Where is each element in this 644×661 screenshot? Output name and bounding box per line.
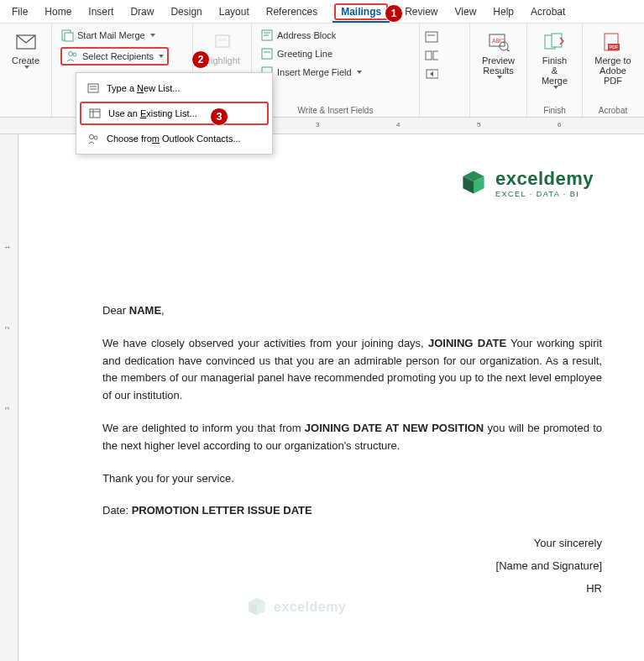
address-block-button[interactable]: Address Block bbox=[257, 27, 414, 44]
menu-file[interactable]: File bbox=[3, 3, 36, 21]
highlight-icon bbox=[209, 30, 236, 54]
paragraph-1: We have closely observed your activities… bbox=[102, 335, 602, 405]
ruler-tick: 6 bbox=[558, 121, 561, 129]
greeting-line-label: Greeting Line bbox=[277, 49, 332, 59]
svg-rect-14 bbox=[426, 32, 437, 42]
svg-rect-28 bbox=[88, 84, 98, 92]
watermark-logo: exceldemy bbox=[245, 595, 346, 619]
document-page[interactable]: exceldemy EXCEL · DATA · BI Dear NAME, W… bbox=[18, 134, 644, 661]
caret-icon bbox=[150, 34, 155, 37]
ruler-tick: 4 bbox=[396, 121, 400, 129]
select-recipients-label: Select Recipients bbox=[82, 51, 154, 61]
svg-rect-31 bbox=[90, 109, 100, 118]
letter-body: Dear NAME, We have closely observed your… bbox=[102, 302, 602, 598]
mail-merge-icon bbox=[60, 29, 74, 42]
svg-point-3 bbox=[69, 52, 73, 56]
recipients-icon bbox=[65, 50, 79, 63]
create-label: Create bbox=[12, 55, 39, 66]
caret-icon bbox=[159, 55, 164, 58]
write-insert-group-label: Write & Insert Fields bbox=[257, 104, 414, 115]
address-block-icon bbox=[260, 29, 274, 42]
signature-line-2: [Name and Signature] bbox=[102, 558, 602, 575]
logo-subtitle: EXCEL · DATA · BI bbox=[495, 190, 594, 198]
ruler-tick: 5 bbox=[477, 121, 480, 129]
finish-icon bbox=[542, 30, 568, 54]
type-new-list-label: Type a New List... bbox=[107, 83, 180, 93]
svg-line-22 bbox=[507, 50, 510, 51]
finish-merge-label: Finish & Merge bbox=[539, 55, 570, 86]
preview-icon: ABC bbox=[485, 30, 512, 54]
svg-text:ABC: ABC bbox=[492, 38, 504, 44]
start-mail-merge-label: Start Mail Merge bbox=[77, 30, 145, 40]
merge-to-pdf-button[interactable]: PDF Merge to Adobe PDF bbox=[588, 27, 638, 89]
menu-references[interactable]: References bbox=[258, 3, 326, 21]
svg-text:PDF: PDF bbox=[610, 45, 618, 50]
menu-review[interactable]: Review bbox=[396, 3, 446, 21]
select-recipients-dropdown: Type a New List... Use an Existing List.… bbox=[76, 72, 273, 155]
existing-list-icon bbox=[88, 107, 102, 120]
envelope-icon bbox=[13, 30, 39, 54]
svg-rect-24 bbox=[552, 34, 562, 47]
finish-group-label: Finish bbox=[532, 104, 577, 115]
outlook-contacts-item[interactable]: Choose from Outlook Contacts... bbox=[76, 127, 272, 150]
greeting-line-button[interactable]: Greeting Line bbox=[257, 45, 414, 62]
menu-insert[interactable]: Insert bbox=[80, 3, 122, 21]
step-badge-1: 1 bbox=[385, 4, 403, 23]
menu-help[interactable]: Help bbox=[484, 3, 522, 21]
outlook-contacts-label: Choose from Outlook Contacts... bbox=[107, 134, 241, 144]
merge-to-pdf-label: Merge to Adobe PDF bbox=[594, 55, 631, 86]
finish-merge-button[interactable]: Finish & Merge bbox=[532, 27, 577, 92]
svg-rect-10 bbox=[262, 49, 272, 59]
thanks-line: Thank you for your service. bbox=[102, 470, 602, 488]
vruler-tick: 3 bbox=[3, 407, 11, 410]
vertical-ruler: 1 2 3 bbox=[0, 134, 18, 661]
match-fields-icon[interactable] bbox=[425, 49, 438, 62]
svg-point-4 bbox=[73, 53, 76, 56]
svg-point-34 bbox=[90, 135, 94, 139]
outlook-icon bbox=[86, 132, 100, 145]
document-area: 1 2 3 exceldemy EXCEL · DATA · BI Dear N… bbox=[0, 134, 644, 661]
paragraph-2: We are delighted to inform you that from… bbox=[102, 420, 602, 455]
create-button[interactable]: Create bbox=[5, 27, 46, 72]
rules-icon[interactable] bbox=[425, 30, 438, 44]
svg-rect-2 bbox=[65, 33, 73, 41]
address-block-label: Address Block bbox=[277, 30, 336, 40]
caret-icon bbox=[497, 76, 502, 79]
step-badge-2: 2 bbox=[191, 50, 210, 69]
cube-icon bbox=[458, 168, 489, 198]
menu-home[interactable]: Home bbox=[36, 3, 80, 21]
logo-text: exceldemy bbox=[495, 168, 594, 190]
caret-icon bbox=[553, 86, 558, 89]
insert-merge-field-button[interactable]: «» Insert Merge Field bbox=[257, 64, 414, 81]
svg-rect-17 bbox=[433, 51, 438, 60]
menu-view[interactable]: View bbox=[447, 3, 485, 21]
svg-point-35 bbox=[94, 136, 97, 139]
vruler-tick: 1 bbox=[3, 245, 11, 249]
new-list-icon bbox=[86, 81, 100, 95]
start-mail-merge-button[interactable]: Start Mail Merge bbox=[57, 27, 187, 44]
acrobat-group-label: Acrobat bbox=[588, 104, 638, 115]
cube-icon bbox=[245, 595, 269, 619]
use-existing-list-item[interactable]: Use an Existing List... bbox=[80, 102, 269, 125]
greeting-icon bbox=[260, 47, 274, 60]
type-new-list-item[interactable]: Type a New List... bbox=[76, 76, 272, 100]
greeting: Dear NAME, bbox=[102, 302, 602, 320]
select-recipients-button[interactable]: Select Recipients bbox=[57, 45, 187, 67]
svg-rect-6 bbox=[218, 39, 227, 41]
use-existing-list-label: Use an Existing List... bbox=[108, 108, 197, 118]
caret-icon bbox=[24, 66, 29, 69]
menu-layout[interactable]: Layout bbox=[211, 3, 258, 21]
signature-line-3: HR bbox=[102, 580, 602, 598]
insert-merge-field-label: Insert Merge Field bbox=[277, 67, 352, 77]
pdf-icon: PDF bbox=[599, 30, 626, 54]
menu-acrobat[interactable]: Acrobat bbox=[522, 3, 573, 21]
signature-line-1: Your sincerely bbox=[102, 535, 602, 553]
ruler-tick: 3 bbox=[316, 121, 319, 129]
preview-results-button[interactable]: ABC Preview Results bbox=[475, 27, 521, 82]
preview-results-label: Preview Results bbox=[482, 55, 515, 76]
menu-draw[interactable]: Draw bbox=[122, 3, 162, 21]
update-labels-icon[interactable] bbox=[425, 67, 438, 81]
menu-bar: File Home Insert Draw Design Layout Refe… bbox=[0, 0, 644, 24]
menu-design[interactable]: Design bbox=[162, 3, 210, 21]
step-badge-3: 3 bbox=[210, 108, 228, 126]
